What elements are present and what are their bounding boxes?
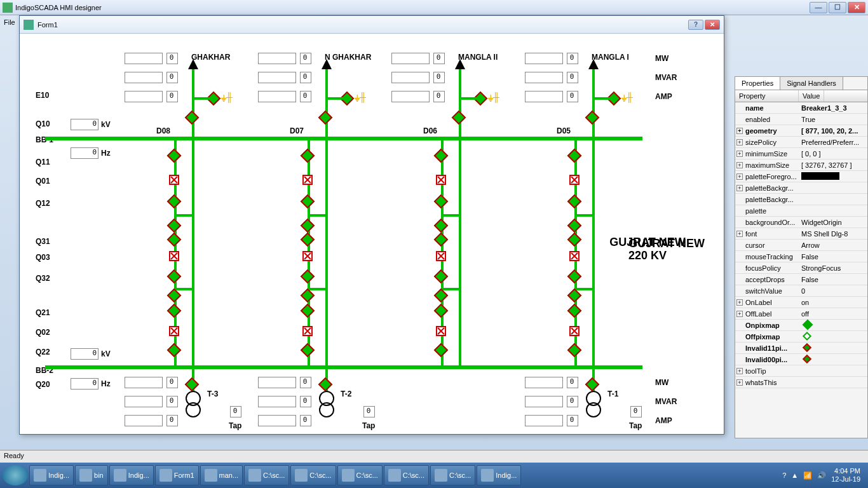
arrow-icon xyxy=(322,59,332,69)
taskbar-item[interactable]: Indig... xyxy=(477,465,521,485)
form-help-button[interactable]: ? xyxy=(688,20,703,30)
close-button[interactable]: ✕ xyxy=(848,2,865,13)
taskbar-item[interactable]: C:\sc... xyxy=(244,465,289,485)
hmi-canvas[interactable]: E10Q10BB-1Q11Q01Q12Q31Q03Q32Q21Q02Q22BB-… xyxy=(20,34,724,434)
value-box xyxy=(125,415,163,426)
digit-box: 0 xyxy=(567,72,578,83)
disconnector xyxy=(567,269,582,284)
property-row[interactable]: focusPolicyStrongFocus xyxy=(735,262,867,274)
taskbar-item[interactable]: bin xyxy=(75,465,108,485)
col-property: Property xyxy=(735,90,799,102)
help-icon[interactable]: ? xyxy=(782,471,786,479)
property-row[interactable]: Invalid00pi... xyxy=(735,354,867,365)
value-box: 0 xyxy=(71,147,98,159)
property-row[interactable]: +OffLabeloff xyxy=(735,308,867,320)
form1-window: Form1 ? ✕ E10Q10BB-1Q11Q01Q12Q31Q03Q32Q2… xyxy=(19,15,724,435)
property-row[interactable]: backgroundOr...WidgetOrigin xyxy=(735,217,867,228)
digit-box: 0 xyxy=(166,72,178,83)
disconnector xyxy=(567,194,582,209)
disconnector xyxy=(167,219,182,233)
unit-label: AMP xyxy=(655,416,672,425)
busbar-1 xyxy=(45,137,642,140)
digit-box: 0 xyxy=(567,415,578,426)
taskbar-item[interactable]: C:\sc... xyxy=(430,465,475,485)
property-row[interactable]: +OnLabelon xyxy=(735,297,867,308)
digit-box: 0 xyxy=(166,91,178,102)
property-row[interactable]: palette xyxy=(735,205,867,217)
bay-label: D08 xyxy=(156,126,170,135)
property-row[interactable]: nameBreaker1_3_3 xyxy=(735,102,867,114)
taskbar-item[interactable]: Indig... xyxy=(109,465,154,485)
breaker xyxy=(436,326,446,336)
tray-net-icon[interactable]: 📶 xyxy=(803,471,812,480)
taskbar: Indig...binIndig...Form1man...C:\sc...C:… xyxy=(0,463,868,488)
line xyxy=(595,97,610,100)
property-row[interactable]: cursorArrow xyxy=(735,240,867,251)
tray-flag-icon[interactable]: ▲ xyxy=(791,471,798,479)
property-row[interactable]: +paletteForegro... xyxy=(735,171,867,182)
disconnector xyxy=(434,304,449,318)
disconnector xyxy=(167,149,182,163)
value-box xyxy=(525,377,563,388)
disconnector xyxy=(434,269,449,284)
disconnector xyxy=(434,343,449,358)
property-row[interactable]: acceptDropsFalse xyxy=(735,274,867,285)
digit-box: 0 xyxy=(166,415,178,426)
start-button[interactable] xyxy=(3,465,28,485)
property-row[interactable]: Offpixmap xyxy=(735,331,867,342)
property-row[interactable]: +paletteBackgr... xyxy=(735,182,867,194)
tab-properties[interactable]: Properties xyxy=(735,77,780,90)
breaker xyxy=(569,251,580,261)
taskbar-item[interactable]: C:\sc... xyxy=(384,465,429,485)
property-row[interactable]: +minimumSize[ 0, 0 ] xyxy=(735,148,867,159)
value-box xyxy=(125,91,163,102)
line xyxy=(459,138,461,367)
property-row[interactable]: +fontMS Shell Dlg-8 xyxy=(735,228,867,240)
disconnector xyxy=(318,111,333,125)
disconnector xyxy=(301,269,315,284)
digit-box: 0 xyxy=(433,53,445,64)
property-row[interactable]: enabledTrue xyxy=(735,114,867,125)
property-row[interactable]: +toolTip xyxy=(735,365,867,377)
minimize-button[interactable]: — xyxy=(810,2,827,13)
row-label: Q01 xyxy=(36,177,50,186)
property-row[interactable]: +sizePolicyPreferred/Preferr... xyxy=(735,137,867,148)
property-row[interactable]: Onpixmap xyxy=(735,320,867,331)
property-row[interactable]: mouseTrackingFalse xyxy=(735,251,867,262)
property-row[interactable]: +whatsThis xyxy=(735,377,867,388)
row-label: E10 xyxy=(36,91,49,100)
disconnector xyxy=(567,233,582,247)
property-row[interactable]: switchValue0 xyxy=(735,285,867,297)
status-text: Ready xyxy=(4,452,24,459)
line xyxy=(574,214,593,217)
disconnector xyxy=(301,304,315,318)
app-title: IndigoSCADA HMI designer xyxy=(15,4,102,11)
property-row[interactable]: Invalid11pi... xyxy=(735,342,867,354)
form-close-button[interactable]: ✕ xyxy=(705,20,720,30)
taskbar-item[interactable]: man... xyxy=(200,465,243,485)
taskbar-item[interactable]: Indig... xyxy=(29,465,74,485)
taskbar-item[interactable]: Form1 xyxy=(155,465,199,485)
value-box xyxy=(525,72,563,83)
disconnector xyxy=(167,288,182,303)
value-box xyxy=(258,72,296,83)
tab-signal-handlers[interactable]: Signal Handlers xyxy=(780,77,843,90)
tray-vol-icon[interactable]: 🔊 xyxy=(817,471,826,480)
digit-box: 0 xyxy=(300,91,311,102)
property-row[interactable]: paletteBackgr... xyxy=(735,194,867,205)
bay-label: D07 xyxy=(290,126,304,135)
maximize-button[interactable]: ☐ xyxy=(829,2,846,13)
breaker xyxy=(569,175,580,185)
row-label: Q20 xyxy=(36,380,50,389)
property-row[interactable]: +geometry[ 877, 100, 20, 2... xyxy=(735,125,867,137)
system-tray: ? ▲ 📶 🔊 4:04 PM 12-Jul-19 xyxy=(782,467,865,484)
form-title: Form1 xyxy=(37,21,58,29)
taskbar-item[interactable]: C:\sc... xyxy=(337,465,383,485)
disconnector xyxy=(301,149,315,163)
line xyxy=(441,288,460,290)
clock[interactable]: 4:04 PM 12-Jul-19 xyxy=(831,467,860,484)
digit-box: 0 xyxy=(300,377,311,388)
menu-file[interactable]: File xyxy=(4,18,15,26)
property-row[interactable]: +maximumSize[ 32767, 32767 ] xyxy=(735,159,867,171)
taskbar-item[interactable]: C:\sc... xyxy=(290,465,336,485)
